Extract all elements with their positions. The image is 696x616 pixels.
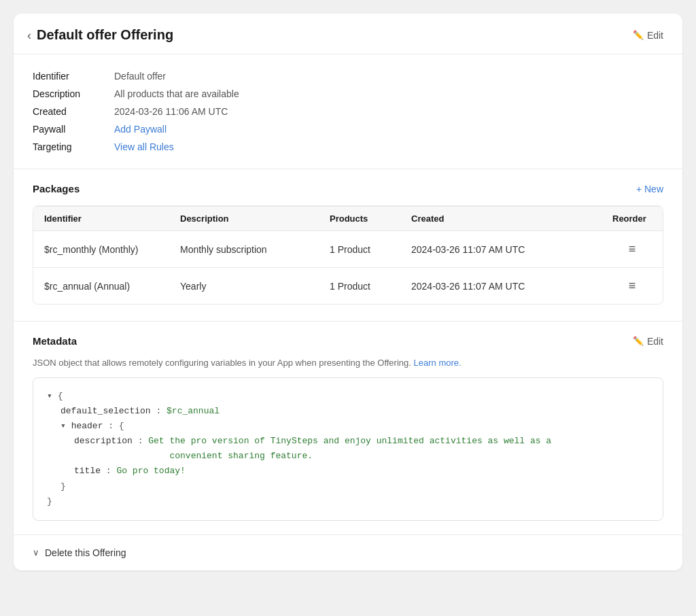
header-edit-button[interactable]: ✏️ Edit: [633, 30, 663, 41]
col-header-products: Products: [319, 207, 400, 231]
code-open-brace: {: [58, 391, 63, 401]
created-label: Created: [33, 106, 114, 117]
new-package-button[interactable]: + New: [636, 184, 663, 194]
code-title-line: title : Go pro today!: [47, 464, 649, 479]
packages-section-header: Packages + New: [33, 183, 663, 194]
row2-description: Yearly: [169, 268, 319, 305]
code-title-value: Go pro today!: [116, 466, 185, 476]
metadata-edit-label: Edit: [647, 336, 663, 347]
metadata-description-text: JSON object that allows remotely configu…: [33, 358, 411, 368]
code-line-open: ▾ {: [47, 389, 649, 404]
code-default-selection: default_selection : $rc_annual: [47, 404, 649, 419]
row2-identifier: $rc_annual (Annual): [33, 268, 169, 305]
row1-identifier: $rc_monthly (Monthly): [33, 231, 169, 268]
code-title-key: title: [74, 466, 101, 476]
page-title: Default offer Offering: [37, 27, 173, 43]
row1-created: 2024-03-26 11:07 AM UTC: [400, 231, 602, 268]
code-header-key: header: [71, 421, 103, 431]
col-header-created: Created: [400, 207, 602, 231]
packages-table-body: $rc_monthly (Monthly) Monthly subscripti…: [33, 231, 663, 305]
paywall-row: Paywall Add Paywall: [33, 124, 663, 135]
metadata-section: Metadata ✏️ Edit JSON object that allows…: [14, 322, 682, 535]
code-value: $rc_annual: [167, 406, 220, 416]
code-header-line: ▾ header : {: [47, 419, 649, 434]
col-header-identifier: Identifier: [33, 207, 169, 231]
packages-table-head: Identifier Description Products Created …: [33, 207, 663, 231]
description-value: All products that are available: [114, 88, 239, 99]
metadata-title: Metadata: [33, 335, 77, 347]
identifier-label: Identifier: [33, 71, 114, 82]
description-row: Description All products that are availa…: [33, 88, 663, 99]
learn-more-link[interactable]: Learn more.: [414, 358, 462, 368]
targeting-label: Targeting: [33, 141, 114, 152]
row2-created: 2024-03-26 11:07 AM UTC: [400, 268, 602, 305]
row1-products: 1 Product: [319, 231, 400, 268]
targeting-row: Targeting View all Rules: [33, 141, 663, 152]
metadata-section-header: Metadata ✏️ Edit: [33, 335, 663, 347]
row2-reorder[interactable]: ≡: [602, 268, 663, 305]
code-key: default_selection: [60, 406, 151, 416]
packages-table-container: Identifier Description Products Created …: [33, 205, 663, 305]
created-row: Created 2024-03-26 11:06 AM UTC: [33, 106, 663, 117]
code-header-close: }: [47, 479, 649, 494]
identifier-row: Identifier Default offer: [33, 71, 663, 82]
table-row: $rc_annual (Annual) Yearly 1 Product 202…: [33, 268, 663, 305]
code-header-toggle[interactable]: ▾: [60, 421, 66, 431]
created-value: 2024-03-26 11:06 AM UTC: [114, 106, 228, 117]
row1-reorder[interactable]: ≡: [602, 231, 663, 268]
col-header-reorder: Reorder: [602, 207, 663, 231]
code-desc-key: description: [74, 436, 133, 446]
packages-table-header-row: Identifier Description Products Created …: [33, 207, 663, 231]
reorder-handle-icon[interactable]: ≡: [612, 279, 652, 293]
col-header-description: Description: [169, 207, 319, 231]
info-section: Identifier Default offer Description All…: [14, 54, 682, 169]
row2-products: 1 Product: [319, 268, 400, 305]
page-header: ‹ Default offer Offering ✏️ Edit: [14, 14, 682, 54]
pencil-icon: ✏️: [633, 336, 644, 346]
offering-detail-card: ‹ Default offer Offering ✏️ Edit Identif…: [14, 14, 682, 570]
metadata-code-block: ▾ { default_selection : $rc_annual ▾ hea…: [33, 377, 663, 521]
metadata-edit-button[interactable]: ✏️ Edit: [633, 336, 663, 347]
paywall-label: Paywall: [33, 124, 114, 135]
header-left: ‹ Default offer Offering: [27, 27, 173, 43]
row1-description: Monthly subscription: [169, 231, 319, 268]
delete-section[interactable]: ∨ Delete this Offering: [14, 535, 682, 570]
delete-label: Delete this Offering: [45, 547, 126, 558]
pencil-icon: ✏️: [633, 30, 644, 40]
code-outer-close: }: [47, 494, 649, 509]
table-row: $rc_monthly (Monthly) Monthly subscripti…: [33, 231, 663, 268]
code-toggle[interactable]: ▾: [47, 391, 52, 401]
code-description-line: description : Get the pro version of Tin…: [47, 434, 649, 464]
description-label: Description: [33, 88, 114, 99]
packages-title: Packages: [33, 183, 80, 194]
back-button[interactable]: ‹: [27, 29, 31, 41]
header-edit-label: Edit: [647, 30, 663, 41]
delete-chevron-icon: ∨: [33, 547, 39, 558]
packages-table: Identifier Description Products Created …: [33, 206, 663, 304]
view-all-rules-link[interactable]: View all Rules: [114, 141, 174, 152]
metadata-description: JSON object that allows remotely configu…: [33, 358, 663, 368]
reorder-handle-icon[interactable]: ≡: [612, 242, 652, 256]
add-paywall-link[interactable]: Add Paywall: [114, 124, 167, 135]
identifier-value: Default offer: [114, 71, 166, 82]
packages-section: Packages + New Identifier Description Pr…: [14, 169, 682, 322]
